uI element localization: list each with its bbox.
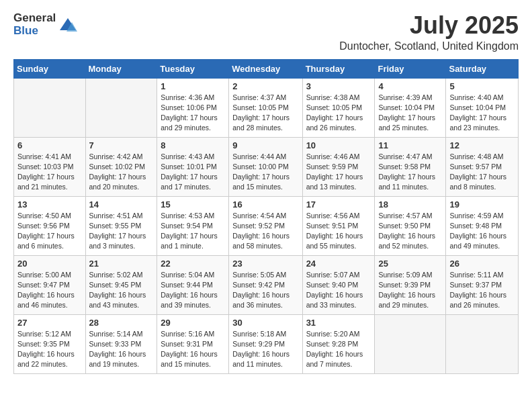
day-number: 12 [449, 140, 515, 150]
day-info: Sunrise: 5:18 AMSunset: 9:29 PMDaylight:… [232, 329, 298, 370]
day-info: Sunrise: 4:57 AMSunset: 9:50 PMDaylight:… [378, 211, 442, 252]
day-info: Sunrise: 5:00 AMSunset: 9:47 PMDaylight:… [17, 270, 82, 311]
calendar-cell: 24Sunrise: 5:07 AMSunset: 9:40 PMDayligh… [302, 255, 375, 314]
day-number: 5 [449, 81, 515, 91]
day-info: Sunrise: 5:04 AMSunset: 9:44 PMDaylight:… [161, 270, 225, 311]
weekday-header-wednesday: Wednesday [229, 59, 302, 78]
day-number: 6 [17, 140, 82, 150]
logo-blue-text: Blue [13, 25, 56, 38]
day-info: Sunrise: 4:53 AMSunset: 9:54 PMDaylight:… [161, 211, 225, 252]
calendar-cell: 19Sunrise: 4:59 AMSunset: 9:48 PMDayligh… [446, 196, 519, 255]
day-number: 30 [232, 318, 298, 328]
day-info: Sunrise: 5:16 AMSunset: 9:31 PMDaylight:… [161, 329, 225, 370]
calendar-cell [14, 78, 86, 137]
day-info: Sunrise: 5:05 AMSunset: 9:42 PMDaylight:… [232, 270, 298, 311]
week-row-1: 1Sunrise: 4:36 AMSunset: 10:06 PMDayligh… [14, 78, 519, 137]
calendar-cell: 16Sunrise: 4:54 AMSunset: 9:52 PMDayligh… [229, 196, 302, 255]
calendar-cell: 3Sunrise: 4:38 AMSunset: 10:05 PMDayligh… [302, 78, 375, 137]
day-number: 15 [161, 199, 225, 210]
day-number: 2 [232, 81, 298, 91]
day-number: 29 [161, 318, 225, 328]
day-number: 3 [306, 81, 371, 91]
month-title: July 2025 [339, 12, 519, 39]
day-number: 27 [17, 318, 82, 328]
calendar-cell: 9Sunrise: 4:44 AMSunset: 10:00 PMDayligh… [229, 137, 302, 196]
weekday-header-tuesday: Tuesday [157, 59, 229, 78]
calendar-cell: 8Sunrise: 4:43 AMSunset: 10:01 PMDayligh… [157, 137, 229, 196]
day-info: Sunrise: 4:38 AMSunset: 10:05 PMDaylight… [306, 93, 371, 134]
weekday-header-saturday: Saturday [446, 59, 519, 78]
calendar-cell: 30Sunrise: 5:18 AMSunset: 9:29 PMDayligh… [229, 314, 302, 373]
day-info: Sunrise: 4:59 AMSunset: 9:48 PMDaylight:… [449, 211, 515, 252]
location-text: Duntocher, Scotland, United Kingdom [339, 40, 519, 52]
calendar-cell: 27Sunrise: 5:12 AMSunset: 9:35 PMDayligh… [14, 314, 86, 373]
day-number: 13 [17, 199, 82, 210]
week-row-3: 13Sunrise: 4:50 AMSunset: 9:56 PMDayligh… [14, 196, 519, 255]
day-number: 11 [378, 140, 442, 150]
weekday-header-row: SundayMondayTuesdayWednesdayThursdayFrid… [14, 59, 519, 78]
calendar-cell: 11Sunrise: 4:47 AMSunset: 9:58 PMDayligh… [375, 137, 446, 196]
day-number: 20 [17, 259, 82, 269]
calendar-cell: 22Sunrise: 5:04 AMSunset: 9:44 PMDayligh… [157, 255, 229, 314]
day-number: 19 [449, 199, 515, 210]
day-number: 22 [161, 259, 225, 269]
title-area: July 2025 Duntocher, Scotland, United Ki… [339, 12, 519, 52]
day-number: 1 [161, 81, 225, 91]
weekday-header-friday: Friday [375, 59, 446, 78]
logo-general-text: General [13, 12, 56, 25]
calendar-cell: 2Sunrise: 4:37 AMSunset: 10:05 PMDayligh… [229, 78, 302, 137]
calendar-table: SundayMondayTuesdayWednesdayThursdayFrid… [13, 59, 519, 374]
day-number: 18 [378, 199, 442, 210]
day-number: 28 [89, 318, 154, 328]
day-info: Sunrise: 4:42 AMSunset: 10:02 PMDaylight… [89, 152, 154, 193]
day-info: Sunrise: 4:41 AMSunset: 10:03 PMDaylight… [17, 152, 82, 193]
day-info: Sunrise: 5:12 AMSunset: 9:35 PMDaylight:… [17, 329, 82, 370]
calendar-cell: 4Sunrise: 4:39 AMSunset: 10:04 PMDayligh… [375, 78, 446, 137]
day-info: Sunrise: 4:39 AMSunset: 10:04 PMDaylight… [378, 93, 442, 134]
day-number: 8 [161, 140, 225, 150]
calendar-cell: 25Sunrise: 5:09 AMSunset: 9:39 PMDayligh… [375, 255, 446, 314]
week-row-4: 20Sunrise: 5:00 AMSunset: 9:47 PMDayligh… [14, 255, 519, 314]
day-info: Sunrise: 5:09 AMSunset: 9:39 PMDaylight:… [378, 270, 442, 311]
day-number: 9 [232, 140, 298, 150]
week-row-2: 6Sunrise: 4:41 AMSunset: 10:03 PMDayligh… [14, 137, 519, 196]
calendar-cell: 13Sunrise: 4:50 AMSunset: 9:56 PMDayligh… [14, 196, 86, 255]
calendar-cell: 28Sunrise: 5:14 AMSunset: 9:33 PMDayligh… [85, 314, 157, 373]
day-number: 26 [449, 259, 515, 269]
calendar-cell: 12Sunrise: 4:48 AMSunset: 9:57 PMDayligh… [446, 137, 519, 196]
day-info: Sunrise: 5:07 AMSunset: 9:40 PMDaylight:… [306, 270, 371, 311]
calendar-cell: 20Sunrise: 5:00 AMSunset: 9:47 PMDayligh… [14, 255, 86, 314]
day-number: 7 [89, 140, 154, 150]
calendar-cell: 31Sunrise: 5:20 AMSunset: 9:28 PMDayligh… [302, 314, 375, 373]
day-info: Sunrise: 5:11 AMSunset: 9:37 PMDaylight:… [449, 270, 515, 311]
logo: General Blue [13, 12, 77, 37]
calendar-cell: 5Sunrise: 4:40 AMSunset: 10:04 PMDayligh… [446, 78, 519, 137]
page-header: General Blue July 2025 Duntocher, Scotla… [13, 12, 519, 52]
calendar-cell: 29Sunrise: 5:16 AMSunset: 9:31 PMDayligh… [157, 314, 229, 373]
week-row-5: 27Sunrise: 5:12 AMSunset: 9:35 PMDayligh… [14, 314, 519, 373]
day-info: Sunrise: 4:40 AMSunset: 10:04 PMDaylight… [449, 93, 515, 134]
calendar-cell: 7Sunrise: 4:42 AMSunset: 10:02 PMDayligh… [85, 137, 157, 196]
day-info: Sunrise: 4:47 AMSunset: 9:58 PMDaylight:… [378, 152, 442, 193]
calendar-cell [446, 314, 519, 373]
day-info: Sunrise: 4:51 AMSunset: 9:55 PMDaylight:… [89, 211, 154, 252]
day-info: Sunrise: 4:36 AMSunset: 10:06 PMDaylight… [161, 93, 225, 134]
calendar-cell [85, 78, 157, 137]
calendar-cell: 21Sunrise: 5:02 AMSunset: 9:45 PMDayligh… [85, 255, 157, 314]
day-info: Sunrise: 5:14 AMSunset: 9:33 PMDaylight:… [89, 329, 154, 370]
day-info: Sunrise: 5:02 AMSunset: 9:45 PMDaylight:… [89, 270, 154, 311]
day-info: Sunrise: 4:44 AMSunset: 10:00 PMDaylight… [232, 152, 298, 193]
calendar-cell: 23Sunrise: 5:05 AMSunset: 9:42 PMDayligh… [229, 255, 302, 314]
calendar-cell: 26Sunrise: 5:11 AMSunset: 9:37 PMDayligh… [446, 255, 519, 314]
day-number: 10 [306, 140, 371, 150]
calendar-cell: 6Sunrise: 4:41 AMSunset: 10:03 PMDayligh… [14, 137, 86, 196]
calendar-cell: 14Sunrise: 4:51 AMSunset: 9:55 PMDayligh… [85, 196, 157, 255]
weekday-header-monday: Monday [85, 59, 157, 78]
day-number: 17 [306, 199, 371, 210]
logo-icon [58, 15, 77, 34]
calendar-cell: 15Sunrise: 4:53 AMSunset: 9:54 PMDayligh… [157, 196, 229, 255]
weekday-header-sunday: Sunday [14, 59, 86, 78]
day-number: 23 [232, 259, 298, 269]
day-info: Sunrise: 4:56 AMSunset: 9:51 PMDaylight:… [306, 211, 371, 252]
calendar-cell [375, 314, 446, 373]
